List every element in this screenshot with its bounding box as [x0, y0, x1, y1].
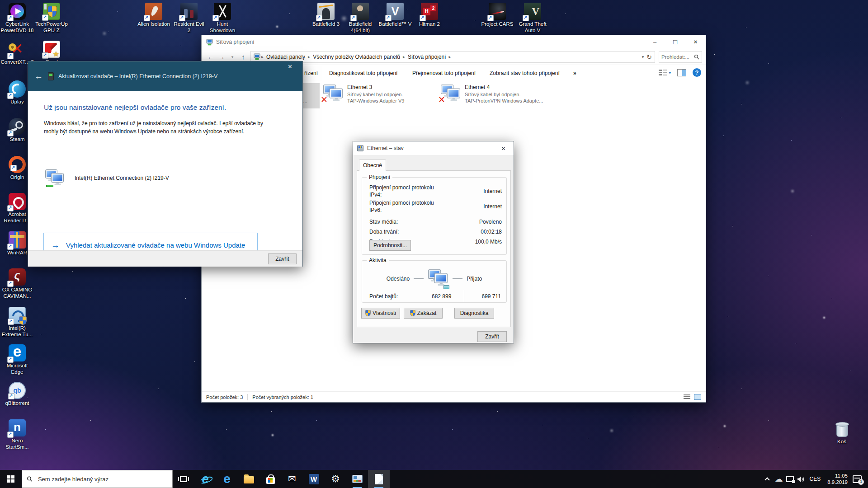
command-diagnose-connection[interactable]: Diagnostikovat toto připojení	[329, 70, 397, 76]
update-driver-dialog: ← Aktualizovat ovladače – Intel(R) Ether…	[28, 61, 303, 267]
desktop-icon-nero[interactable]: Nero StartSm...	[0, 419, 34, 450]
explorer-search-box[interactable]: Prohledat:...	[659, 51, 702, 63]
details-view-icon[interactable]	[684, 394, 690, 400]
desktop-icon-gta-v[interactable]: Grand Theft Auto V	[515, 3, 550, 33]
disconnected-x-icon: ✕	[321, 94, 328, 105]
shortcut-arrow-icon	[144, 15, 150, 21]
status-dialog-close-button[interactable]	[493, 141, 514, 155]
view-options-button[interactable]: ▾	[659, 69, 671, 76]
driver-dialog-close-icon[interactable]: ✕	[284, 61, 296, 72]
command-item-fragment[interactable]: řízení	[304, 70, 318, 76]
recent-locations-dropdown[interactable]: ▾	[227, 55, 238, 59]
ethernet-plug-icon	[357, 145, 363, 151]
driver-dialog-titlebar[interactable]: ← Aktualizovat ovladače – Intel(R) Ether…	[28, 61, 302, 91]
connection-item-ethernet-3[interactable]: ✕ Ethernet 3 Síťový kabel byl odpojen. T…	[323, 84, 436, 104]
help-button[interactable]: ?	[693, 68, 701, 77]
tab-general[interactable]: Obecné	[359, 160, 386, 171]
preview-pane-button[interactable]	[677, 69, 686, 76]
disconnected-x-icon: ✕	[438, 94, 445, 105]
status-dialog-page: Připojení Připojení pomocí protokolu IPv…	[357, 170, 511, 327]
clock[interactable]: 11:05 8.9.2019	[826, 473, 849, 486]
desktop-icon-microsoft-edge[interactable]: Microsoft Edge	[0, 344, 34, 375]
taskbar-settings[interactable]: ⚙	[325, 470, 346, 488]
search-input[interactable]	[37, 475, 168, 483]
search-icon	[27, 476, 33, 482]
desktop-icon-battlefield-3[interactable]: Battlefield 3	[309, 3, 343, 28]
command-rename-connection[interactable]: Přejmenovat toto připojení	[412, 70, 476, 76]
tray-date: 8.9.2019	[827, 479, 848, 485]
refresh-icon[interactable]: ↻	[646, 53, 652, 61]
diagnose-button[interactable]: Diagnostika	[454, 308, 494, 319]
microsoft-edge-icon	[9, 344, 26, 361]
up-button[interactable]: ↑	[238, 53, 249, 61]
gear-icon: ⚙	[331, 473, 340, 485]
taskbar-microsoft-store[interactable]	[259, 470, 281, 488]
forward-button[interactable]: →	[216, 53, 227, 61]
address-dropdown-icon[interactable]: ▾	[639, 55, 647, 59]
desktop-icon-qbittorrent[interactable]: qBittorrent	[0, 382, 34, 407]
taskbar-file-explorer[interactable]	[238, 470, 259, 488]
taskbar-task-view-button[interactable]	[173, 470, 194, 488]
maximize-button[interactable]	[665, 35, 685, 49]
network-tray-icon[interactable]	[786, 476, 794, 482]
control-panel-icon	[352, 475, 363, 483]
shortcut-arrow-icon	[7, 130, 14, 136]
desktop-icon-alien-isolation[interactable]: Alien Isolation	[137, 3, 171, 28]
onedrive-icon[interactable]: ☁	[775, 474, 783, 484]
details-button[interactable]: Podrobnosti...	[369, 240, 411, 251]
taskbar-mail[interactable]: ✉	[281, 470, 303, 488]
statusbar-separator	[247, 394, 248, 400]
tray-expand-icon[interactable]	[764, 477, 769, 482]
large-icons-view-icon[interactable]	[694, 394, 701, 400]
shortcut-arrow-icon	[7, 93, 14, 99]
taskbar-control-panel[interactable]	[346, 470, 368, 488]
disable-button[interactable]: Zakázat	[404, 308, 443, 319]
driver-close-button[interactable]: Zavřít	[268, 253, 297, 264]
microsoft-store-icon	[266, 477, 275, 484]
desktop-icon-cyberlink-powerdvd[interactable]: CyberLink PowerDVD 18	[0, 3, 34, 33]
taskbar-active-window[interactable]	[368, 470, 390, 488]
desktop-icon-intel-xtu[interactable]: Intel(R) Extreme Tu...	[0, 307, 34, 338]
desktop-icon-project-cars[interactable]: Project CARS	[480, 3, 514, 28]
close-button[interactable]	[685, 35, 706, 49]
status-dialog-titlebar[interactable]: Ethernet – stav	[353, 141, 514, 155]
back-button[interactable]: ←	[205, 53, 216, 61]
ipv6-label: Připojení pomocí protokolu IPv6:	[369, 199, 444, 214]
start-button[interactable]	[0, 470, 22, 488]
desktop-icon-battlefield-v[interactable]: Battlefield™ V	[378, 3, 412, 28]
recycle-bin-icon	[833, 420, 850, 437]
breadcrumb-segment[interactable]: Síťová připojení	[406, 54, 448, 60]
explorer-titlebar[interactable]: Síťová připojení	[202, 35, 706, 49]
desktop-icon-gpuz[interactable]: TechPowerUp GPU-Z	[34, 3, 69, 33]
internet-explorer-icon: e	[202, 473, 208, 485]
volume-icon[interactable]	[797, 476, 805, 483]
command-overflow-chevron[interactable]: »	[573, 70, 576, 76]
language-indicator[interactable]: CES	[808, 476, 823, 482]
rj45-connector-icon	[443, 285, 449, 289]
properties-button[interactable]: Vlastnosti	[361, 308, 400, 319]
desktop-icon-hitman-2[interactable]: Hitman 2	[412, 3, 447, 28]
status-close-button[interactable]: Zavřít	[477, 331, 507, 342]
ipv4-label: Připojení pomocí protokolu IPv4:	[369, 184, 444, 198]
desktop-icon-gx-gaming[interactable]: GX GAMING CAVIMAN...	[0, 268, 34, 299]
back-arrow-icon[interactable]: ←	[34, 71, 48, 81]
taskbar-search[interactable]	[22, 470, 173, 488]
taskbar-edge[interactable]: e	[216, 470, 238, 488]
taskbar-word[interactable]: W	[303, 470, 325, 488]
desktop-icon-hunt-showdown[interactable]: Hunt Showdown	[205, 3, 240, 33]
connection-item-ethernet-4[interactable]: ✕ Ethernet 4 Síťový kabel byl odpojen. T…	[440, 84, 553, 104]
breadcrumb-segment[interactable]: Ovládací panely	[264, 54, 307, 60]
uac-shield-icon	[410, 310, 415, 316]
desktop-icon-battlefield-4[interactable]: Battlefield 4(64 bit)	[343, 3, 377, 33]
desktop-icon-recycle-bin[interactable]: Koš	[825, 420, 859, 445]
breadcrumb[interactable]: ▸ Ovládací panely ▸ Všechny položky Ovlá…	[250, 51, 655, 63]
command-view-connection-status[interactable]: Zobrazit stav tohoto připojení	[490, 70, 560, 76]
task-view-icon	[180, 476, 187, 482]
connection-group-label: Připojení	[367, 174, 392, 180]
taskbar-internet-explorer[interactable]: e	[194, 470, 216, 488]
breadcrumb-segment[interactable]: Všechny položky Ovládacích panelů	[311, 54, 402, 60]
desktop-icon-resident-evil-2[interactable]: Resident Evil 2	[172, 3, 206, 33]
activity-row: Odesláno Přijato	[362, 269, 506, 289]
minimize-button[interactable]	[645, 35, 665, 49]
action-center-icon[interactable]: 1	[853, 475, 862, 483]
